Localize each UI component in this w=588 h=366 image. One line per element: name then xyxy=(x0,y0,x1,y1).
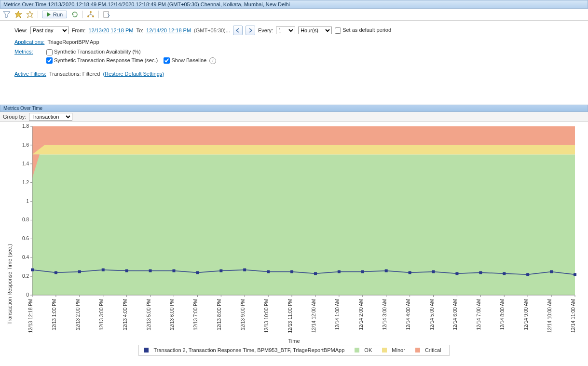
svg-text:12/13 7:00 PM: 12/13 7:00 PM xyxy=(193,299,198,330)
toolbar-separator xyxy=(82,11,83,18)
svg-text:0.6: 0.6 xyxy=(22,236,29,241)
chart-legend: Transaction 2, Transaction Response Time… xyxy=(138,345,449,356)
svg-rect-85 xyxy=(172,269,175,272)
svg-rect-89 xyxy=(267,270,270,273)
active-filters-link[interactable]: Active Filters: xyxy=(14,71,46,77)
svg-rect-88 xyxy=(243,268,246,271)
svg-text:12/14 6:00 AM: 12/14 6:00 AM xyxy=(452,299,458,330)
svg-text:12/14 4:00 AM: 12/14 4:00 AM xyxy=(406,299,411,330)
legend-ok: OK xyxy=(355,347,375,353)
svg-rect-79 xyxy=(31,268,34,271)
svg-text:12/13 4:00 PM: 12/13 4:00 PM xyxy=(123,299,128,330)
metric-response-time[interactable]: Synthetic Transaction Response Time (sec… xyxy=(46,57,158,63)
svg-text:12/13 6:00 PM: 12/13 6:00 PM xyxy=(169,299,175,330)
svg-text:12/14 8:00 AM: 12/14 8:00 AM xyxy=(500,299,505,330)
show-baseline[interactable]: Show Baseline xyxy=(164,57,206,63)
svg-rect-81 xyxy=(78,270,81,273)
svg-rect-83 xyxy=(125,269,128,272)
window-titlebar: Metrics Over Time 12/13/2020 12:18:49 PM… xyxy=(0,0,588,9)
export-icon[interactable] xyxy=(103,11,110,18)
info-icon[interactable]: i xyxy=(209,57,216,64)
to-date-link[interactable]: 12/14/20 12:18 PM xyxy=(146,27,191,33)
svg-rect-93 xyxy=(361,270,364,273)
applications-link[interactable]: Applications: xyxy=(14,39,44,45)
legend-critical: Critical xyxy=(415,347,444,353)
prev-period-button[interactable] xyxy=(233,26,243,35)
y-axis-label: Transaction Response Time (sec.) xyxy=(7,244,13,324)
svg-text:12/14 12:00 AM: 12/14 12:00 AM xyxy=(311,299,316,333)
timezone-text: (GMT+05:30)... xyxy=(194,27,230,33)
svg-text:12/14 2:00 AM: 12/14 2:00 AM xyxy=(358,299,364,330)
svg-text:0.8: 0.8 xyxy=(22,217,29,222)
show-baseline-checkbox[interactable] xyxy=(164,57,170,64)
every-unit-select[interactable]: Hour(s) xyxy=(298,27,332,34)
svg-text:0.4: 0.4 xyxy=(22,255,29,260)
default-period-checkbox[interactable] xyxy=(335,27,341,34)
svg-text:12/13 9:00 PM: 12/13 9:00 PM xyxy=(240,299,246,330)
toolbar-separator xyxy=(38,11,38,18)
x-axis-label: Time xyxy=(6,338,582,344)
svg-rect-100 xyxy=(526,273,529,276)
run-label: Run xyxy=(53,12,63,17)
legend-minor: Minor xyxy=(382,347,408,353)
svg-rect-98 xyxy=(479,271,482,274)
svg-text:12/13 5:00 PM: 12/13 5:00 PM xyxy=(146,299,151,330)
refresh-icon[interactable] xyxy=(71,11,79,18)
view-select[interactable]: Past day xyxy=(30,27,69,34)
chart-panel-title: Metrics Over Time xyxy=(0,105,588,112)
svg-rect-87 xyxy=(219,269,222,272)
favorite-icon[interactable] xyxy=(14,11,22,18)
metrics-link[interactable]: Metrics: xyxy=(14,49,43,54)
metrics-chart: 00.20.40.60.811.21.41.61.812/13 12:18 PM… xyxy=(6,124,580,336)
svg-rect-101 xyxy=(550,270,553,273)
svg-text:12/13 12:18 PM: 12/13 12:18 PM xyxy=(28,299,33,333)
svg-rect-97 xyxy=(455,272,458,275)
svg-rect-99 xyxy=(503,272,506,275)
svg-text:0: 0 xyxy=(26,292,29,298)
metric-availability[interactable]: Synthetic Transaction Availability (%) xyxy=(46,49,141,54)
svg-rect-4 xyxy=(32,154,575,295)
svg-rect-3 xyxy=(104,12,109,17)
every-label: Every: xyxy=(258,27,273,33)
default-period-label[interactable]: Set as default period xyxy=(335,27,391,34)
metric-availability-checkbox[interactable] xyxy=(46,49,53,55)
main-toolbar: Run xyxy=(0,9,588,21)
favorite-add-icon[interactable] xyxy=(26,11,34,18)
groupby-select[interactable]: Transaction xyxy=(29,113,72,121)
active-filters-text: Transactions: Filtered xyxy=(49,71,100,77)
filter-icon[interactable] xyxy=(3,11,11,18)
svg-text:12/14 1:00 AM: 12/14 1:00 AM xyxy=(335,299,340,330)
every-n-select[interactable]: 1 xyxy=(276,27,295,34)
svg-rect-82 xyxy=(102,268,105,271)
svg-text:1.2: 1.2 xyxy=(22,179,29,185)
run-button[interactable]: Run xyxy=(42,11,67,18)
from-date-link[interactable]: 12/13/20 12:18 PM xyxy=(88,27,133,33)
restore-defaults-link[interactable]: (Restore Default Settings) xyxy=(103,71,164,77)
svg-text:12/14 9:00 AM: 12/14 9:00 AM xyxy=(523,299,529,330)
svg-point-0 xyxy=(90,11,92,13)
metric-response-checkbox[interactable] xyxy=(46,57,53,64)
svg-text:12/13 3:00 PM: 12/13 3:00 PM xyxy=(99,299,104,330)
svg-rect-80 xyxy=(55,271,57,274)
svg-text:12/13 2:00 PM: 12/13 2:00 PM xyxy=(75,299,81,330)
svg-rect-95 xyxy=(409,271,411,274)
play-icon xyxy=(46,12,51,17)
toolbar-separator xyxy=(98,11,99,18)
svg-text:1: 1 xyxy=(26,198,29,203)
svg-rect-5 xyxy=(32,145,575,154)
svg-text:12/14 7:00 AM: 12/14 7:00 AM xyxy=(476,299,481,330)
svg-text:1.6: 1.6 xyxy=(22,142,29,147)
filter-panel: View: Past day From: 12/13/20 12:18 PM T… xyxy=(0,21,588,85)
svg-rect-84 xyxy=(149,269,152,272)
view-label: View: xyxy=(14,27,27,33)
svg-text:12/13 10:00 PM: 12/13 10:00 PM xyxy=(264,299,269,333)
from-label: From: xyxy=(72,27,86,33)
hierarchy-icon[interactable] xyxy=(87,11,95,18)
svg-text:12/13 11:00 PM: 12/13 11:00 PM xyxy=(287,299,293,333)
svg-rect-92 xyxy=(338,270,341,273)
next-period-button[interactable] xyxy=(246,26,255,35)
svg-rect-91 xyxy=(314,272,317,275)
svg-text:1.8: 1.8 xyxy=(22,124,29,129)
applications-value: TriageReportBPMApp xyxy=(47,39,99,45)
svg-rect-86 xyxy=(196,271,199,274)
